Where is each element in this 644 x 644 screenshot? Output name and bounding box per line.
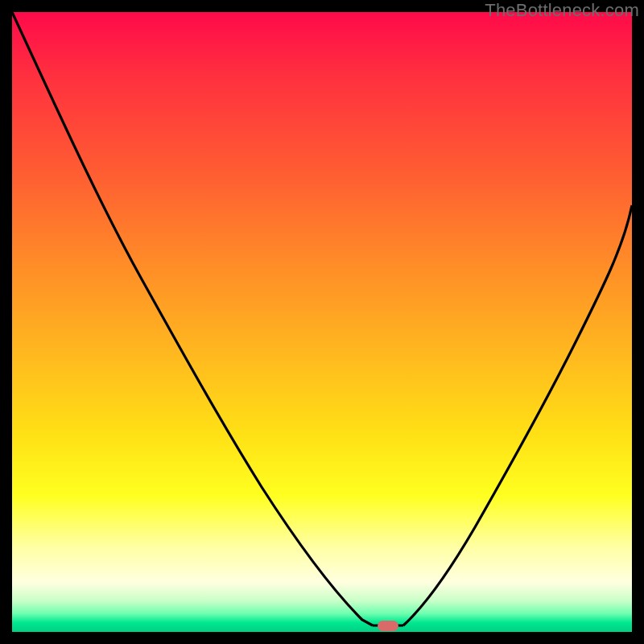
bottleneck-curve <box>12 12 632 632</box>
chart-plot-area <box>12 12 632 632</box>
bottleneck-marker <box>378 621 398 631</box>
curve-left-branch <box>12 12 373 625</box>
chart-frame: TheBottleneck.com <box>0 0 644 644</box>
curve-right-branch <box>403 205 632 625</box>
watermark-text: TheBottleneck.com <box>485 0 639 21</box>
